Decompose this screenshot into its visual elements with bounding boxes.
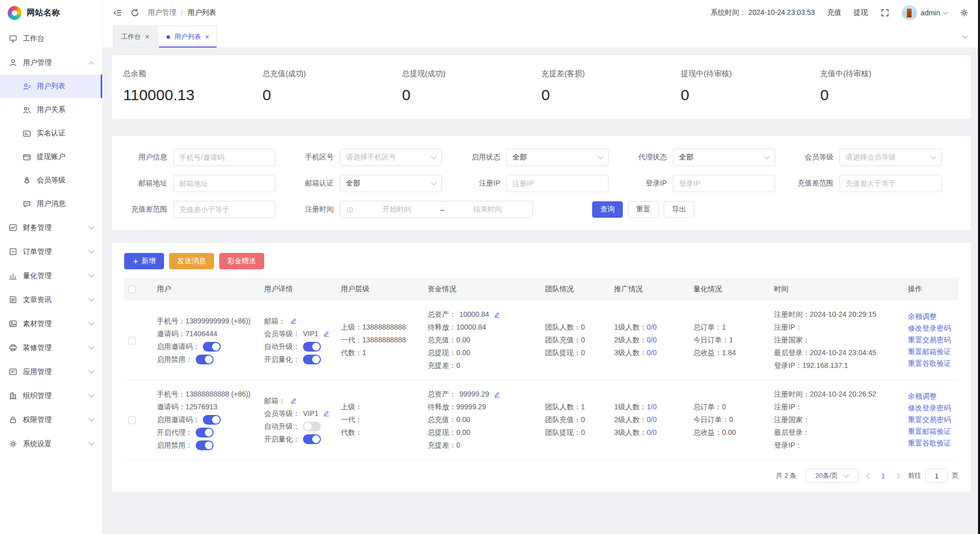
total-recharge-label: 总充值： [428, 336, 456, 344]
sidebar-item-quant[interactable]: 量化管理 [0, 264, 102, 288]
sidebar-item-workbench[interactable]: 工作台 [0, 27, 102, 51]
fullscreen-icon[interactable] [880, 8, 890, 17]
op-reset-google-verify-link[interactable]: 重置谷歌验证 [908, 437, 954, 449]
sidebar-item-real-name-auth[interactable]: 实名认证 [0, 122, 102, 145]
cell-quant: 总订单：0 今日订单：0 总收益：0.00 [689, 380, 770, 460]
user-info-input[interactable] [179, 153, 269, 161]
select-all-checkbox[interactable] [128, 286, 136, 293]
level1-count-link[interactable]: 0/0 [647, 323, 657, 331]
search-button[interactable]: 查询 [592, 201, 623, 218]
sidebar-item-member-level[interactable]: 会员等级 [0, 169, 102, 192]
disable-toggle[interactable] [196, 355, 214, 364]
disable-toggle[interactable] [196, 440, 214, 450]
sidebar-item-materials[interactable]: 素材管理 [0, 312, 102, 336]
op-reset-trade-password-link[interactable]: 重置交易密码 [908, 414, 954, 426]
member-level-label: 会员等级： [264, 407, 300, 420]
op-balance-adjust-link[interactable]: 余额调整 [908, 311, 954, 322]
op-reset-email-verify-link[interactable]: 重置邮箱验证 [908, 426, 954, 437]
reset-button[interactable]: 重置 [628, 201, 659, 218]
field-label: 充值差范围 [124, 205, 173, 214]
settings-gear-icon[interactable] [960, 8, 969, 17]
sidebar-item-articles[interactable]: 文章资讯 [0, 288, 102, 312]
tab-user-list[interactable]: 用户列表 × [158, 26, 217, 48]
recharge-diff-ge-input[interactable] [846, 179, 936, 188]
recharge-link[interactable]: 充值 [827, 8, 842, 17]
page-size-select[interactable]: 20条/页 [805, 469, 858, 483]
refresh-icon[interactable] [130, 8, 139, 17]
withdraw-link[interactable]: 提现 [854, 8, 868, 17]
op-change-login-password-link[interactable]: 修改登录密码 [908, 402, 954, 414]
close-icon[interactable]: × [205, 33, 209, 40]
close-icon[interactable]: × [145, 33, 149, 40]
edit-icon[interactable] [494, 391, 501, 398]
sidebar-item-withdraw-account[interactable]: 提现账户 [0, 145, 102, 169]
select-value: 请选择会员等级 [846, 153, 931, 162]
invite-code-toggle[interactable] [203, 342, 221, 352]
login-ip-input[interactable] [679, 179, 769, 188]
register-time-label: 注册时间： [774, 390, 810, 398]
edit-icon[interactable] [323, 410, 330, 417]
recharge-diff-le-input[interactable] [179, 205, 269, 214]
op-reset-google-verify-link[interactable]: 重置谷歌验证 [908, 358, 954, 369]
level3-count-link[interactable]: 0/0 [647, 349, 657, 357]
row-checkbox[interactable] [128, 337, 136, 344]
sidebar-item-user-relations[interactable]: 用户关系 [0, 98, 102, 122]
level1-count-link[interactable]: 1/0 [647, 403, 657, 411]
sidebar-item-decoration[interactable]: 装修管理 [0, 336, 102, 360]
auto-upgrade-toggle[interactable] [303, 422, 321, 431]
sidebar-item-organization[interactable]: 组织管理 [0, 384, 102, 408]
op-reset-email-verify-link[interactable]: 重置邮箱验证 [908, 346, 954, 358]
sidebar-item-user-management[interactable]: 用户管理 [0, 51, 102, 75]
send-message-button[interactable]: 发送消息 [169, 253, 214, 269]
edit-icon[interactable] [290, 317, 297, 324]
username: admin [921, 9, 940, 17]
goto-page-input[interactable] [925, 469, 948, 483]
sidebar-item-applications[interactable]: 应用管理 [0, 360, 102, 384]
edit-icon[interactable] [290, 397, 297, 404]
email-verify-select[interactable]: 全部 [340, 175, 442, 192]
tab-workbench[interactable]: 工作台 × [113, 26, 157, 48]
member-level-select[interactable]: 请选择会员等级 [839, 149, 942, 166]
export-button[interactable]: 导出 [664, 201, 694, 218]
op-reset-trade-password-link[interactable]: 重置交易密码 [908, 334, 954, 346]
auto-upgrade-toggle[interactable] [303, 342, 321, 352]
register-ip-input[interactable] [512, 179, 602, 188]
op-change-login-password-link[interactable]: 修改登录密码 [908, 322, 954, 334]
sidebar-item-user-list[interactable]: 用户列表 [0, 75, 102, 98]
invite-code-toggle[interactable] [203, 415, 221, 425]
phone-area-select[interactable]: 请选择手机区号 [340, 149, 442, 166]
agent-status-select[interactable]: 全部 [673, 149, 775, 166]
total-withdraw-label: 总提现： [428, 349, 456, 357]
sidebar-item-orders[interactable]: 订单管理 [0, 240, 102, 264]
email-input[interactable] [179, 179, 269, 188]
sidebar-item-finance[interactable]: 财务管理 [0, 216, 102, 240]
level2-count-link[interactable]: 0/0 [647, 415, 657, 424]
user-icon [9, 58, 17, 67]
quant-toggle[interactable] [303, 434, 321, 444]
sidebar-item-system-settings[interactable]: 系统设置 [0, 432, 102, 456]
agent-toggle[interactable] [196, 428, 214, 437]
sidebar-item-permissions[interactable]: 权限管理 [0, 408, 102, 432]
op-balance-adjust-link[interactable]: 余额调整 [908, 390, 954, 402]
member-level-value: VIP1 [303, 328, 318, 340]
edit-icon[interactable] [494, 311, 501, 318]
level2-count-link[interactable]: 0/0 [647, 336, 657, 344]
quant-toggle[interactable] [303, 355, 321, 364]
bonus-gift-button[interactable]: 彩金赠送 [219, 253, 264, 269]
prev-page-icon[interactable] [866, 473, 872, 478]
next-page-icon[interactable] [894, 473, 900, 478]
add-user-button[interactable]: 新增 [124, 253, 164, 269]
row-checkbox[interactable] [128, 416, 136, 424]
start-time-placeholder: 开始时间 [358, 205, 436, 214]
level3-count-link[interactable]: 0/0 [647, 428, 657, 436]
user-table: 用户 用户详情 用户层级 资金情况 团队情况 推广情况 量化情况 时间 操作 [124, 278, 959, 460]
register-ip-label: 注册IP： [774, 403, 802, 411]
edit-icon[interactable] [323, 330, 330, 337]
col-header-actions: 操作 [904, 278, 959, 300]
user-menu[interactable]: admin [902, 5, 947, 20]
register-time-range-picker[interactable]: 开始时间 – 结束时间 [340, 201, 533, 218]
enable-status-select[interactable]: 全部 [506, 149, 609, 166]
sidebar-item-user-messages[interactable]: 用户消息 [0, 192, 102, 216]
collapse-sidebar-icon[interactable] [113, 8, 122, 17]
page-number[interactable]: 1 [881, 472, 885, 480]
